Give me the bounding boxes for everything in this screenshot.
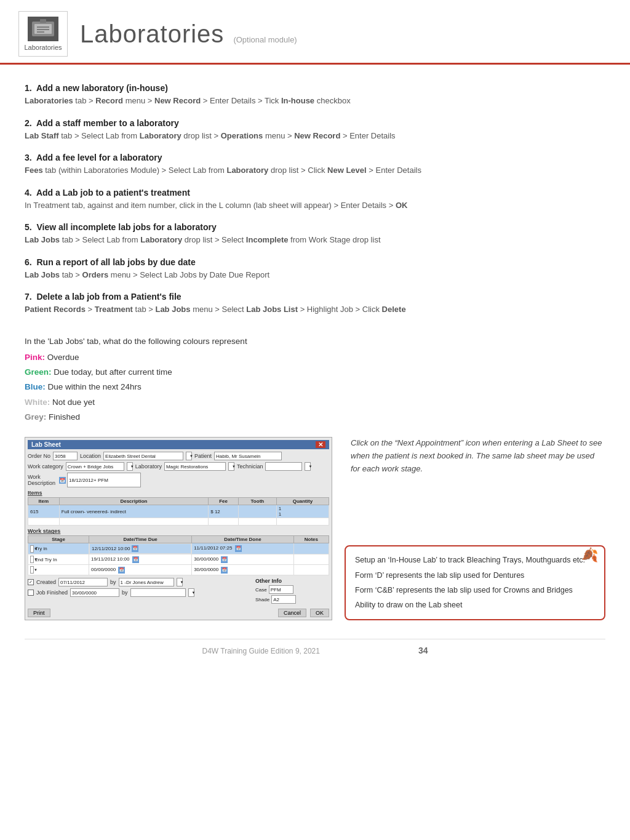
item-cell: 615 bbox=[28, 505, 60, 518]
items-header-row: Item Description Fee Tooth Quantity bbox=[28, 498, 329, 505]
job-finished-by-select[interactable] bbox=[188, 588, 194, 597]
step-6: 6. Run a report of all lab jobs by due d… bbox=[25, 257, 605, 281]
work-category-field[interactable]: Crown + Bridge Jobs bbox=[66, 462, 124, 471]
created-by-field[interactable]: 1 -Dr Jones Andrew bbox=[119, 578, 174, 586]
step-4-desc: In Treatment tab, against and item numbe… bbox=[25, 199, 605, 212]
step-3: 3. Add a fee level for a laboratory Fees… bbox=[25, 153, 605, 177]
ws-row-1: Try in 12/11/2012 10:00 📅 11/11/2012 07:… bbox=[28, 543, 329, 554]
created-box: ✓ Created 07/11/2012 by 1 -Dr Jones Andr… bbox=[28, 578, 250, 605]
info-box: 🍂 Setup an ‘In-House Lab’ to track Bleac… bbox=[345, 545, 605, 620]
ws-notes-3 bbox=[293, 565, 329, 575]
ws-cal-icon-3[interactable]: 📅 bbox=[118, 567, 125, 574]
color-green-label: Green: bbox=[25, 367, 52, 377]
qty-col-header: Quantity bbox=[276, 498, 329, 505]
work-desc-cal-icon[interactable]: 📅 bbox=[59, 477, 66, 484]
created-date[interactable]: 07/11/2012 bbox=[58, 578, 108, 586]
ws-row-3: 00/00/0000 📅 30/00/0000 📅 bbox=[28, 565, 329, 575]
order-no-field[interactable]: 3058 bbox=[53, 452, 78, 460]
color-pink-line: Pink: Overdue bbox=[25, 350, 605, 365]
ws-stage-select-2[interactable] bbox=[30, 556, 34, 563]
desc-empty bbox=[59, 518, 209, 526]
created-checkbox[interactable]: ✓ bbox=[28, 579, 34, 585]
ws-header: Stage Date/Time Due Date/Time Done Notes bbox=[28, 536, 329, 543]
ws-datedone-2: 30/00/0000 📅 bbox=[192, 554, 294, 565]
shade-row: Shade A2 bbox=[255, 595, 329, 604]
ws-done-cal-2[interactable]: 📅 bbox=[221, 556, 228, 563]
created-by-select[interactable] bbox=[177, 578, 183, 586]
technician-field[interactable] bbox=[265, 462, 302, 471]
cancel-button[interactable]: Cancel bbox=[278, 609, 306, 617]
case-row: Case PFM bbox=[255, 585, 329, 594]
location-select[interactable] bbox=[186, 452, 192, 460]
color-pink-label: Pink: bbox=[25, 353, 45, 362]
logo-label: Laboratories bbox=[24, 44, 62, 51]
lab-sheet-close-btn[interactable]: ✕ bbox=[316, 441, 325, 448]
ws-cal-icon-1[interactable]: 📅 bbox=[132, 545, 138, 552]
step-1-desc: Laboratories tab > Record menu > New Rec… bbox=[25, 95, 605, 107]
job-finished-date[interactable]: 30/00/0000 bbox=[70, 588, 119, 597]
step-3-desc: Fees tab (within Laboratories Module) > … bbox=[25, 164, 605, 177]
laboratory-select[interactable] bbox=[228, 462, 234, 471]
step-1-num: 1. bbox=[25, 83, 36, 93]
ws-datedone-1: 11/11/2012 07:25 📅 bbox=[192, 543, 294, 554]
step-6-title: 6. Run a report of all lab jobs by due d… bbox=[25, 257, 605, 267]
technician-label: Technician bbox=[237, 463, 263, 470]
shade-label: Shade bbox=[255, 597, 269, 602]
other-info-title: Other Info bbox=[255, 578, 329, 584]
info-line-1: Setup an ‘In-House Lab’ to track Bleachi… bbox=[355, 554, 595, 567]
case-field[interactable]: PFM bbox=[269, 585, 293, 594]
lab-sheet-titlebar: Lab Sheet ✕ bbox=[28, 440, 329, 449]
shade-field[interactable]: A2 bbox=[271, 595, 296, 604]
location-field[interactable]: Elizabeth Street Dental bbox=[103, 452, 183, 460]
job-finished-checkbox[interactable] bbox=[28, 590, 34, 596]
ls-row-2: Work category Crown + Bridge Jobs Labora… bbox=[28, 462, 329, 471]
ls-button-row: Print Cancel OK bbox=[28, 609, 329, 617]
info-line-4: Ability to draw on the Lab sheet bbox=[355, 599, 595, 612]
step-2-title: 2. Add a staff member to a laboratory bbox=[25, 118, 605, 128]
header-subtitle: (Optional module) bbox=[233, 35, 297, 44]
ws-stage-select-1[interactable] bbox=[30, 545, 34, 553]
ws-done-cal-1[interactable]: 📅 bbox=[235, 545, 242, 552]
laboratory-field[interactable]: Magic Restorations bbox=[164, 462, 226, 471]
created-label: Created bbox=[36, 579, 56, 585]
work-category-select[interactable] bbox=[127, 462, 133, 471]
ws-stage-1: Try in bbox=[28, 543, 89, 554]
ws-stage-select-3[interactable] bbox=[30, 566, 34, 574]
ws-notes-1 bbox=[293, 543, 329, 554]
qty-empty bbox=[276, 518, 329, 526]
leaf-icon: 🍂 bbox=[581, 543, 598, 566]
print-button[interactable]: Print bbox=[28, 609, 50, 617]
footer-text: D4W Training Guide Edition 9, 2021 bbox=[202, 647, 319, 655]
patient-field[interactable]: Habib, Mr Susamein bbox=[214, 452, 282, 460]
job-finished-by-field[interactable] bbox=[130, 588, 186, 597]
color-grey-desc: Finished bbox=[49, 412, 80, 422]
item-empty bbox=[28, 518, 60, 526]
ws-datedue-1: 12/11/2012 10:00 📅 bbox=[89, 543, 191, 554]
ws-datedue-3: 00/00/0000 📅 bbox=[89, 565, 192, 575]
work-category-label: Work category bbox=[28, 463, 63, 470]
ws-notes-header: Notes bbox=[293, 536, 329, 543]
step-7: 7. Delete a lab job from a Patient's fil… bbox=[25, 292, 605, 316]
colors-intro: In the 'Lab Jobs' tab, what do the follo… bbox=[25, 334, 605, 349]
items-table: Item Description Fee Tooth Quantity 615 … bbox=[28, 497, 329, 526]
color-blue-label: Blue: bbox=[25, 382, 46, 391]
step-6-desc: Lab Jobs tab > Orders menu > Select Lab … bbox=[25, 269, 605, 281]
page-footer: D4W Training Guide Edition 9, 2021 34 bbox=[25, 639, 605, 655]
step-1-title: 1. Add a new laboratory (in-house) bbox=[25, 83, 605, 93]
step-5-desc: Lab Jobs tab > Select Lab from Laborator… bbox=[25, 234, 605, 246]
ls-row-1: Order No 3058 Location Elizabeth Street … bbox=[28, 452, 329, 460]
technician-select[interactable] bbox=[305, 462, 311, 471]
ws-stage-header: Stage bbox=[28, 536, 89, 543]
work-stages-table: Stage Date/Time Due Date/Time Done Notes bbox=[28, 535, 329, 575]
svg-rect-5 bbox=[40, 19, 46, 23]
page-header: Laboratories Laboratories (Optional modu… bbox=[0, 0, 630, 65]
work-desc-field[interactable]: 18/12/2012+ PFM bbox=[67, 473, 141, 487]
ws-done-cal-3[interactable]: 📅 bbox=[221, 567, 228, 574]
location-label: Location bbox=[80, 453, 101, 459]
note-text: Click on the “Next Appointment” icon whe… bbox=[345, 437, 605, 475]
color-blue-desc: Due within the next 24hrs bbox=[48, 382, 142, 391]
color-pink-desc: Overdue bbox=[47, 353, 79, 362]
ws-cal-icon-2[interactable]: 📅 bbox=[132, 556, 139, 563]
items-section-title: Items bbox=[28, 490, 329, 496]
ok-button[interactable]: OK bbox=[310, 609, 329, 617]
